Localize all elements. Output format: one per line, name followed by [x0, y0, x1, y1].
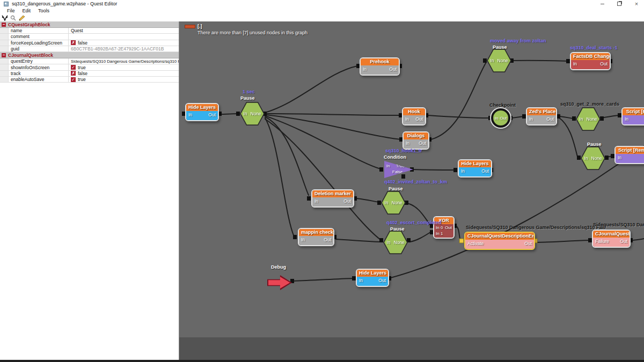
property-row-enable-auto-save[interactable]: enableAutoSave ✓ true [0, 77, 179, 83]
edge [409, 232, 430, 242]
edge [265, 117, 309, 195]
node-zeds-place[interactable]: Zed's Place InOut [526, 107, 557, 125]
checkbox-true-icon[interactable]: ✓ [71, 77, 76, 82]
label-1sec: 1 sec [243, 89, 255, 94]
properties-panel: CQuestGraphBlock name Quest comment forc… [0, 21, 179, 360]
property-group-journal-quest-block[interactable]: CJournalQuestBlock [0, 52, 179, 58]
node-script-1[interactable]: Script [Re In [621, 107, 644, 125]
tracker-icon[interactable] [1, 14, 8, 21]
node-dialogs[interactable]: Dialogs InOut [402, 131, 429, 150]
warning-line1: [.] [197, 24, 202, 29]
node-journal-description-entry[interactable]: CJournalQuestDescriptionEntry ActivateOu… [464, 232, 535, 250]
label-checkpoint: Checkpoint [489, 102, 516, 108]
restore-button[interactable] [616, 1, 623, 7]
edge [391, 146, 644, 278]
node-hide-layers-3[interactable]: Hide Layers InOut [356, 269, 389, 287]
menu-bar: File Edit Tools [0, 8, 644, 14]
label-pause: Pause [240, 95, 255, 101]
port-in[interactable]: In [188, 112, 192, 119]
edge [265, 66, 357, 113]
edge [536, 240, 589, 242]
port-activate [459, 239, 464, 243]
edge [265, 119, 380, 240]
label-get-2-more-cards: sq310_get_2_more_cards [560, 101, 619, 107]
label-hook1-tr: sq310_hook1_tr [385, 148, 422, 153]
label-deal-starts: sq310_deal_starts -1 [570, 45, 618, 50]
label-condition: Condition [384, 154, 406, 160]
edge [431, 62, 486, 139]
edit-pencil-icon[interactable] [18, 14, 25, 21]
node-mappin-check[interactable]: mappin check InOut [298, 228, 334, 246]
node-hide-layers-1[interactable]: Hide Layers InOut [185, 103, 219, 121]
label-quest-path: Sidequests/SQ310 Dangerous Game/Descript… [466, 225, 606, 230]
edge [559, 117, 577, 157]
label-escort: q402_escort_completed [386, 220, 442, 225]
label-debug: Debug [271, 264, 286, 270]
node-script-2[interactable]: Script [Remo In [614, 146, 644, 164]
property-row-name[interactable]: name Quest [0, 28, 179, 34]
warning-marker [185, 25, 195, 28]
minimize-button[interactable] [599, 1, 605, 7]
menu-tools[interactable]: Tools [38, 8, 49, 13]
app-icon [4, 2, 9, 6]
label-moved-away: moved away from zoltan [490, 38, 546, 43]
checkbox-false-icon[interactable]: ✗ [71, 71, 76, 76]
edge [560, 116, 573, 119]
menu-edit[interactable]: Edit [23, 8, 31, 13]
warning-line2: There are more than [7] unused nodes in … [197, 30, 308, 35]
tool-bar [0, 14, 644, 21]
node-factsdb-change[interactable]: FactsDB Change InOut [570, 52, 611, 70]
node-prehook[interactable]: Prehook InOut [360, 57, 400, 76]
graph-edges [179, 21, 644, 360]
edge [512, 61, 568, 61]
edge [511, 116, 524, 118]
edge [293, 278, 354, 281]
edge [601, 115, 619, 118]
edge [413, 169, 456, 170]
node-deletion-marker[interactable]: Deletion marker InOut [311, 189, 354, 208]
edge [265, 118, 294, 237]
menu-file[interactable]: File [7, 8, 15, 13]
label-invited: q402_invited_zoltan_to_km [384, 179, 447, 184]
node-checkpoint[interactable]: InOut [491, 108, 510, 128]
property-row-show-info-on-screen[interactable]: showInfoOnScreen ✓ true [0, 64, 179, 70]
quest-graph-canvas[interactable]: [.] There are more than [7] unused nodes… [179, 21, 644, 360]
edge [633, 239, 644, 240]
property-row-comment[interactable]: comment [0, 34, 179, 40]
close-button[interactable]: × [633, 1, 640, 7]
title-bar: sq310_dangerous_game.w2phase - Quest Edi… [0, 0, 644, 8]
checkbox-true-icon[interactable]: ✓ [71, 65, 76, 70]
edge [265, 114, 400, 115]
node-journal-quest[interactable]: CJournalQuest FailureOut [592, 230, 631, 248]
property-row-quest-entry[interactable]: questEntry Sidequests/SQ310 Dangerous Ga… [0, 58, 179, 64]
edge [356, 198, 379, 202]
edge [428, 115, 489, 118]
property-group-quest-graph-block[interactable]: CQuestGraphBlock [0, 21, 179, 28]
port-out[interactable]: Out [208, 112, 216, 119]
property-row-force-keep-loading-screen[interactable]: forceKeepLoadingScreen ✗ false [0, 40, 179, 46]
node-hide-layers-2[interactable]: Hide Layers InOut [458, 159, 492, 178]
search-icon[interactable] [10, 14, 17, 21]
collapse-icon[interactable] [2, 23, 6, 27]
edge [336, 239, 380, 242]
label-quest-path-right: Sidequests/SQ310 Danger [593, 222, 644, 227]
node-hook[interactable]: Hook InOut [402, 107, 426, 125]
edge [219, 114, 238, 114]
window-bottom-edge [0, 360, 644, 362]
property-row-track[interactable]: track ✗ false [0, 71, 179, 77]
window-title: sq310_dangerous_game.w2phase - Quest Edi… [12, 1, 117, 6]
property-row-guid[interactable]: guid 6B0C7FB1-4B92BA67-2E47929C-1AACF01B [0, 46, 179, 52]
collapse-icon[interactable] [2, 53, 6, 57]
checkbox-false-icon[interactable]: ✗ [71, 40, 76, 45]
